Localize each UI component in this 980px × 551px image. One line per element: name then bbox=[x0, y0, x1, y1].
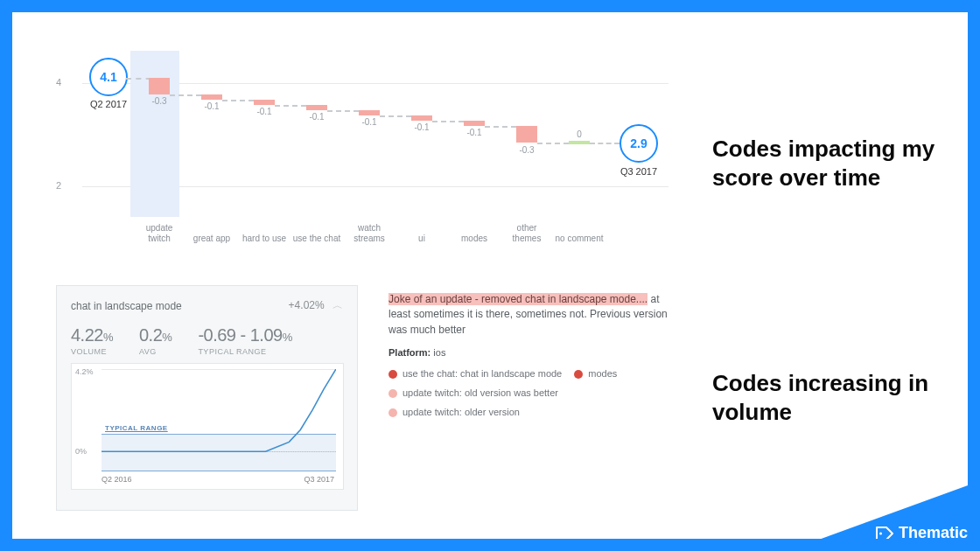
waterfall-cat-3: use the chat bbox=[292, 234, 341, 244]
waterfall-chart: 4 2 4.1 Q2 2017 -0.3 -0.1 bbox=[56, 51, 668, 243]
waterfall-ytick-4: 4 bbox=[56, 77, 61, 87]
waterfall-bar-7 bbox=[516, 126, 537, 143]
tag-dot-icon bbox=[388, 408, 397, 417]
waterfall-bar-8 bbox=[569, 141, 590, 144]
waterfall-delta-5: -0.1 bbox=[400, 122, 444, 132]
waterfall-delta-2: -0.1 bbox=[242, 107, 286, 116]
waterfall-bar-2 bbox=[254, 100, 275, 105]
stat-range: -0.69 - 1.09 bbox=[198, 325, 282, 345]
tag-text: modes bbox=[588, 367, 617, 381]
waterfall-end-value: 2.9 bbox=[630, 136, 647, 150]
waterfall-cat-2: hard to use bbox=[240, 234, 289, 244]
waterfall-bar-1 bbox=[201, 94, 222, 100]
waterfall-delta-7: -0.3 bbox=[505, 145, 549, 155]
stat-avg: 0.2 bbox=[139, 325, 162, 345]
slide-frame: 4 2 4.1 Q2 2017 -0.3 -0.1 bbox=[0, 0, 980, 551]
waterfall-bar-3 bbox=[306, 105, 327, 110]
waterfall-cat-5: ui bbox=[397, 234, 446, 244]
stat-volume-label: VOLUME bbox=[71, 347, 113, 356]
tag-text: update twitch: old version was better bbox=[402, 387, 558, 401]
waterfall-delta-1: -0.1 bbox=[190, 101, 234, 111]
waterfall-end-bubble: 2.9 bbox=[620, 124, 658, 163]
waterfall-start-value: 4.1 bbox=[100, 70, 116, 84]
tag-dot-icon bbox=[388, 370, 397, 379]
tag-dot-icon bbox=[574, 370, 583, 379]
waterfall-cat-7: other themes bbox=[502, 223, 551, 243]
tag-dot-icon bbox=[388, 389, 397, 398]
tag-text: use the chat: chat in landscape mode bbox=[402, 367, 562, 381]
tag-item[interactable]: update twitch: older version bbox=[388, 406, 520, 420]
volume-card[interactable]: chat in landscape mode +4.02% ︿ 4.22% VO… bbox=[56, 285, 358, 511]
mini-ylabel-zero: 0% bbox=[75, 447, 87, 456]
tag-item[interactable]: modes bbox=[574, 367, 617, 381]
waterfall-cat-0: update twitch bbox=[135, 223, 184, 243]
waterfall-ytick-2: 2 bbox=[56, 180, 61, 191]
tag-list: use the chat: chat in landscape mode mod… bbox=[388, 367, 677, 420]
waterfall-end-label: Q3 2017 bbox=[608, 166, 669, 177]
waterfall-cat-8: no comment bbox=[555, 234, 604, 244]
section-heading-impact: Codes impacting my score over time bbox=[712, 135, 948, 192]
waterfall-bar-6 bbox=[464, 121, 485, 126]
volume-line-chart: 4.2% 0% TYPICAL RANGE Q2 2016 Q3 2017 bbox=[71, 363, 344, 490]
waterfall-plot-area: 4.1 Q2 2017 -0.3 -0.1 -0.1 -0.1 bbox=[82, 51, 668, 217]
waterfall-cat-6: modes bbox=[450, 234, 499, 244]
waterfall-delta-0: -0.3 bbox=[137, 96, 181, 106]
stat-avg-label: AVG bbox=[139, 347, 172, 356]
platform-value: ios bbox=[433, 347, 445, 358]
waterfall-delta-6: -0.1 bbox=[452, 128, 496, 137]
waterfall-bar-4 bbox=[359, 110, 380, 115]
waterfall-start-label: Q2 2017 bbox=[78, 99, 139, 109]
waterfall-bar-5 bbox=[411, 115, 432, 121]
feedback-snippet: Joke of an update - removed chat in land… bbox=[388, 292, 677, 420]
mini-line-path bbox=[102, 369, 336, 471]
waterfall-delta-4: -0.1 bbox=[347, 117, 391, 127]
waterfall-start-bubble: 4.1 bbox=[89, 58, 128, 96]
stat-range-label: TYPICAL RANGE bbox=[198, 347, 291, 356]
chevron-up-icon[interactable]: ︿ bbox=[332, 299, 343, 311]
stat-volume: 4.22 bbox=[71, 325, 103, 345]
tag-text: update twitch: older version bbox=[402, 406, 520, 420]
waterfall-delta-8: 0 bbox=[557, 129, 601, 139]
volume-card-title: chat in landscape mode bbox=[71, 300, 182, 312]
tag-item[interactable]: update twitch: old version was better bbox=[388, 387, 558, 401]
section-heading-volume: Codes increasing in volume bbox=[712, 369, 948, 426]
platform-label: Platform: bbox=[388, 347, 430, 358]
waterfall-delta-3: -0.1 bbox=[295, 112, 339, 122]
waterfall-cat-1: great app bbox=[187, 234, 236, 244]
mini-xlabel-left: Q2 2016 bbox=[102, 475, 132, 484]
volume-card-delta: +4.02% bbox=[289, 299, 325, 311]
mini-xlabel-right: Q3 2017 bbox=[304, 475, 334, 484]
snippet-highlight: Joke of an update - removed chat in land… bbox=[388, 293, 648, 305]
waterfall-cat-4: watch streams bbox=[345, 223, 394, 243]
waterfall-bar-0 bbox=[149, 78, 170, 94]
tag-item[interactable]: use the chat: chat in landscape mode bbox=[388, 367, 562, 381]
mini-ylabel-top: 4.2% bbox=[75, 367, 94, 376]
